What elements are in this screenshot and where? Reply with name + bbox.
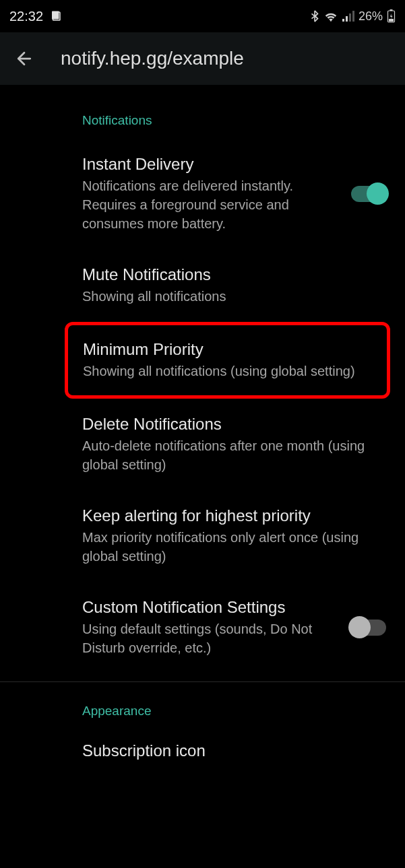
setting-desc: Using default settings (sounds, Do Not D…: [82, 620, 340, 657]
svg-rect-1: [52, 11, 59, 20]
status-battery-pct: 26%: [359, 9, 383, 24]
setting-desc: Showing all notifications: [82, 287, 386, 306]
signal-icon: [342, 11, 354, 22]
battery-icon: [387, 9, 396, 23]
status-time: 22:32: [9, 9, 43, 24]
setting-title: Instant Delivery: [82, 155, 340, 174]
setting-minimum-priority[interactable]: Minimum Priority Showing all notificatio…: [65, 322, 390, 399]
app-header: notify.hep.gg/example: [0, 32, 405, 85]
setting-desc: Auto-delete notifications after one mont…: [82, 436, 386, 474]
screen-cast-icon: [50, 10, 62, 22]
setting-mute-notifications[interactable]: Mute Notifications Showing all notificat…: [0, 249, 405, 322]
setting-desc: Notifications are delivered instantly. R…: [82, 176, 340, 233]
section-appearance-label: Appearance: [0, 682, 405, 719]
wifi-icon: [323, 10, 338, 22]
setting-title: Keep alerting for highest priority: [82, 506, 386, 525]
setting-title: Subscription icon: [82, 741, 386, 760]
section-notifications-label: Notifications: [0, 85, 405, 128]
setting-subscription-icon[interactable]: Subscription icon: [0, 719, 405, 779]
toggle-custom-notifications[interactable]: [351, 620, 386, 636]
setting-title: Delete Notifications: [82, 415, 386, 434]
setting-instant-delivery[interactable]: Instant Delivery Notifications are deliv…: [0, 128, 405, 249]
setting-desc: Max priority notifications only alert on…: [82, 528, 386, 566]
page-title: notify.hep.gg/example: [61, 48, 244, 69]
svg-rect-4: [349, 13, 351, 22]
svg-rect-2: [342, 19, 344, 22]
setting-keep-alerting[interactable]: Keep alerting for highest priority Max p…: [0, 490, 405, 582]
svg-rect-7: [390, 9, 393, 11]
setting-desc: Showing all notifications (using global …: [83, 362, 371, 380]
settings-content: Notifications Instant Delivery Notificat…: [0, 85, 405, 779]
setting-title: Mute Notifications: [82, 265, 386, 284]
arrow-left-icon: [14, 48, 34, 69]
toggle-instant-delivery[interactable]: [351, 186, 386, 202]
setting-custom-notification[interactable]: Custom Notification Settings Using defau…: [0, 582, 405, 673]
svg-rect-5: [352, 11, 354, 22]
bluetooth-icon: [310, 10, 319, 22]
setting-title: Minimum Priority: [83, 340, 371, 359]
setting-title: Custom Notification Settings: [82, 598, 340, 617]
back-button[interactable]: [13, 48, 35, 69]
svg-rect-3: [346, 16, 348, 22]
status-bar: 22:32 26%: [0, 0, 405, 32]
setting-delete-notifications[interactable]: Delete Notifications Auto-delete notific…: [0, 399, 405, 490]
svg-rect-8: [389, 19, 394, 22]
